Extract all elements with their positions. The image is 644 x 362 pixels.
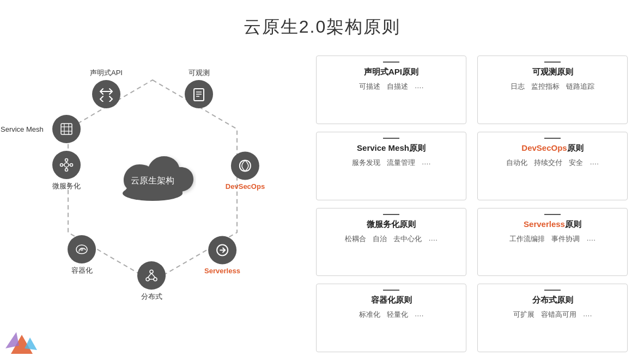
cloud-label: 云原生架构 bbox=[131, 175, 174, 187]
item-loose-coupling: 松耦合 bbox=[345, 234, 366, 244]
card-declarative-api-title: 声明式API原则 bbox=[325, 67, 457, 77]
card-containerized-title: 容器化原则 bbox=[325, 295, 457, 305]
node-declarative-api-label: 声明式API bbox=[90, 68, 123, 78]
svg-point-2 bbox=[125, 185, 147, 198]
card-declarative-api: 声明式API原则 可描述 自描述 …. bbox=[316, 56, 466, 124]
bottom-logo bbox=[5, 329, 38, 357]
item-more: …. bbox=[415, 82, 424, 91]
card-devsecops-title: DevSecOps原则 bbox=[487, 143, 618, 154]
item-lightweight: 轻量化 bbox=[387, 310, 408, 320]
card-divider-5 bbox=[383, 214, 399, 215]
card-service-mesh-items: 服务发现 流量管理 …. bbox=[325, 158, 457, 168]
card-serverless: Serverless原则 工作流编排 事件协调 …. bbox=[477, 208, 628, 277]
card-divider-7 bbox=[383, 290, 399, 291]
item-trace: 链路追踪 bbox=[566, 82, 594, 91]
card-observable-title: 可观测原则 bbox=[487, 67, 618, 77]
node-containerized-circle bbox=[68, 235, 96, 263]
svg-point-10 bbox=[146, 278, 149, 281]
item-scalable: 可扩展 bbox=[513, 310, 534, 320]
item-service-discovery: 服务发现 bbox=[352, 158, 380, 168]
svg-point-11 bbox=[154, 278, 157, 281]
card-service-mesh: Service Mesh原则 服务发现 流量管理 …. bbox=[316, 132, 466, 200]
node-devsecops-label: DevSecOps bbox=[226, 182, 265, 191]
svg-marker-31 bbox=[5, 332, 19, 348]
item-decentralized: 去中心化 bbox=[393, 234, 422, 244]
card-divider-4 bbox=[544, 138, 561, 139]
item-fault-tolerant: 容错高可用 bbox=[541, 310, 576, 320]
item-metrics: 监控指标 bbox=[531, 82, 560, 91]
item-more-2: …. bbox=[422, 158, 431, 168]
svg-point-15 bbox=[80, 248, 83, 251]
item-more-5: …. bbox=[586, 234, 596, 244]
item-more-6: …. bbox=[415, 310, 424, 320]
svg-line-12 bbox=[148, 273, 151, 278]
svg-point-18 bbox=[65, 169, 68, 171]
svg-point-17 bbox=[65, 159, 68, 162]
svg-point-20 bbox=[70, 164, 73, 167]
diagram-area: 云原生架构 声明式API 可观测 bbox=[0, 50, 305, 358]
item-log: 日志 bbox=[511, 82, 525, 91]
node-declarative-api: 声明式API bbox=[90, 68, 123, 108]
node-distributed: 分布式 bbox=[137, 261, 166, 302]
item-describable: 可描述 bbox=[359, 82, 380, 91]
card-microservices-title: 微服务化原则 bbox=[325, 219, 457, 230]
node-devsecops-circle bbox=[231, 152, 259, 180]
card-devsecops-items: 自动化 持续交付 安全 …. bbox=[487, 158, 618, 168]
card-containerized: 容器化原则 标准化 轻量化 …. bbox=[316, 284, 466, 352]
svg-point-16 bbox=[64, 163, 69, 167]
svg-point-9 bbox=[150, 270, 153, 273]
node-service-mesh-circle bbox=[52, 115, 81, 143]
node-devsecops: DevSecOps bbox=[226, 152, 265, 191]
card-service-mesh-title: Service Mesh原则 bbox=[325, 143, 457, 154]
item-autonomous: 自治 bbox=[373, 234, 387, 244]
svg-point-3 bbox=[161, 185, 183, 198]
card-divider-2 bbox=[544, 62, 561, 63]
card-microservices-items: 松耦合 自治 去中心化 …. bbox=[325, 234, 457, 244]
node-declarative-api-circle bbox=[92, 80, 120, 108]
node-microservices-circle bbox=[52, 151, 81, 179]
node-serverless: Serverless bbox=[204, 236, 240, 275]
item-standardized: 标准化 bbox=[359, 310, 380, 320]
node-serverless-circle bbox=[208, 236, 236, 265]
node-distributed-circle bbox=[137, 261, 166, 290]
item-event-coordination: 事件协调 bbox=[551, 234, 580, 244]
card-distributed: 分布式原则 可扩展 容错高可用 …. bbox=[477, 284, 628, 352]
svg-rect-25 bbox=[61, 124, 72, 134]
item-automation: 自动化 bbox=[506, 158, 527, 168]
card-distributed-title: 分布式原则 bbox=[487, 295, 618, 305]
node-observable: 可观测 bbox=[185, 68, 213, 108]
svg-point-19 bbox=[60, 164, 63, 167]
item-more-3: …. bbox=[590, 158, 599, 168]
node-microservices-label: 微服务化 bbox=[52, 181, 81, 191]
item-more-4: …. bbox=[428, 234, 438, 244]
card-containerized-items: 标准化 轻量化 …. bbox=[325, 310, 457, 320]
card-devsecops: DevSecOps原则 自动化 持续交付 安全 …. bbox=[477, 132, 628, 200]
node-containerized-label: 容器化 bbox=[71, 266, 93, 275]
item-traffic-mgmt: 流量管理 bbox=[387, 158, 415, 168]
card-microservices: 微服务化原则 松耦合 自治 去中心化 …. bbox=[316, 208, 466, 277]
node-serverless-label: Serverless bbox=[204, 267, 240, 275]
card-divider-8 bbox=[544, 290, 561, 291]
card-declarative-api-items: 可描述 自描述 …. bbox=[325, 82, 457, 91]
svg-rect-4 bbox=[194, 89, 204, 101]
cloud-center: 云原生架构 bbox=[109, 151, 196, 211]
card-divider bbox=[383, 62, 399, 63]
main-content: 云原生架构 声明式API 可观测 bbox=[0, 50, 644, 358]
node-observable-circle bbox=[185, 80, 213, 108]
item-security: 安全 bbox=[569, 158, 583, 168]
item-more-7: …. bbox=[583, 310, 592, 320]
card-serverless-items: 工作流编排 事件协调 …. bbox=[487, 234, 618, 244]
svg-line-13 bbox=[151, 273, 155, 278]
card-distributed-items: 可扩展 容错高可用 …. bbox=[487, 310, 618, 320]
node-observable-label: 可观测 bbox=[189, 68, 210, 78]
cards-area: 声明式API原则 可描述 自描述 …. 可观测原则 日志 监控指标 链路追踪 S… bbox=[305, 50, 644, 358]
node-microservices: 微服务化 bbox=[52, 151, 81, 191]
card-serverless-title: Serverless原则 bbox=[487, 219, 618, 230]
node-containerized: 容器化 bbox=[68, 235, 96, 275]
item-self-describe: 自描述 bbox=[387, 82, 408, 91]
item-workflow: 工作流编排 bbox=[509, 234, 545, 244]
card-divider-6 bbox=[544, 214, 561, 215]
page-title: 云原生2.0架构原则 bbox=[0, 0, 644, 50]
item-continuous-delivery: 持续交付 bbox=[534, 158, 562, 168]
card-divider-3 bbox=[383, 138, 399, 139]
